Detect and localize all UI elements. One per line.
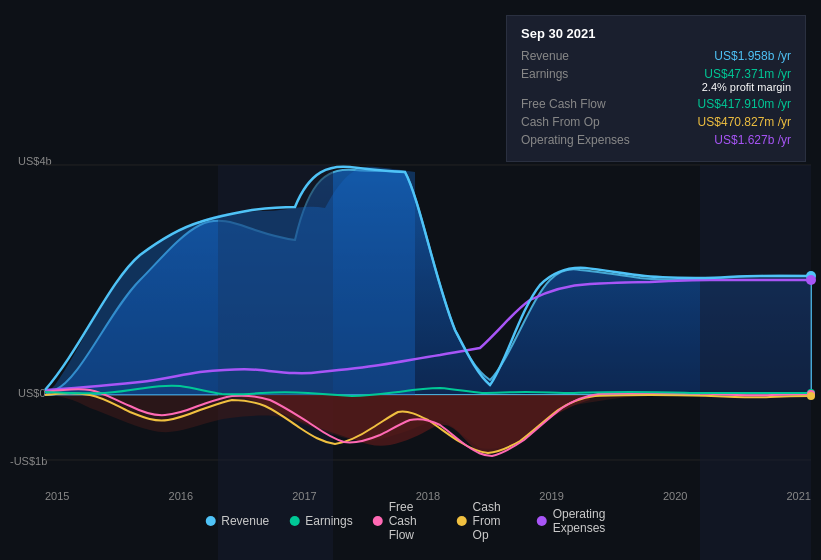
cashop-row: Cash From Op US$470.827m /yr (521, 115, 791, 129)
info-card: Sep 30 2021 Revenue US$1.958b /yr Earnin… (506, 15, 806, 162)
cashop-label: Cash From Op (521, 115, 600, 129)
revenue-row: Revenue US$1.958b /yr (521, 49, 791, 63)
fcf-row: Free Cash Flow US$417.910m /yr (521, 97, 791, 111)
x-label-2020: 2020 (663, 490, 687, 502)
svg-point-6 (806, 275, 816, 285)
x-label-2021: 2021 (786, 490, 810, 502)
opex-row: Operating Expenses US$1.627b /yr (521, 133, 791, 147)
revenue-dot (205, 516, 215, 526)
legend-item-earnings[interactable]: Earnings (289, 514, 352, 528)
chart-container: Sep 30 2021 Revenue US$1.958b /yr Earnin… (0, 0, 821, 560)
revenue-label: Revenue (521, 49, 569, 63)
legend-item-opex[interactable]: Operating Expenses (537, 507, 616, 535)
svg-point-9 (807, 392, 815, 400)
opex-label: Operating Expenses (521, 133, 630, 147)
cashop-value: US$470.827m /yr (698, 115, 791, 129)
legend-item-cashop[interactable]: Cash From Op (457, 500, 517, 542)
earnings-values: US$47.371m /yr 2.4% profit margin (698, 67, 791, 93)
earnings-value: US$47.371m /yr (704, 67, 791, 81)
legend-label-earnings: Earnings (305, 514, 352, 528)
x-label-2016: 2016 (169, 490, 193, 502)
legend-label-revenue: Revenue (221, 514, 269, 528)
cashop-dot (457, 516, 467, 526)
x-label-2015: 2015 (45, 490, 69, 502)
info-card-date: Sep 30 2021 (521, 26, 791, 41)
legend-label-cashop: Cash From Op (473, 500, 517, 542)
fcf-label: Free Cash Flow (521, 97, 606, 111)
legend: Revenue Earnings Free Cash Flow Cash Fro… (205, 500, 616, 542)
opex-dot (537, 516, 547, 526)
legend-item-fcf[interactable]: Free Cash Flow (373, 500, 437, 542)
revenue-value: US$1.958b /yr (714, 49, 791, 63)
legend-label-fcf: Free Cash Flow (389, 500, 437, 542)
earnings-label: Earnings (521, 67, 568, 81)
profit-margin: 2.4% profit margin (702, 81, 791, 93)
fcf-value: US$417.910m /yr (698, 97, 791, 111)
opex-value: US$1.627b /yr (714, 133, 791, 147)
legend-label-opex: Operating Expenses (553, 507, 616, 535)
fcf-dot (373, 516, 383, 526)
earnings-row: Earnings US$47.371m /yr 2.4% profit marg… (521, 67, 791, 93)
earnings-dot (289, 516, 299, 526)
legend-item-revenue[interactable]: Revenue (205, 514, 269, 528)
